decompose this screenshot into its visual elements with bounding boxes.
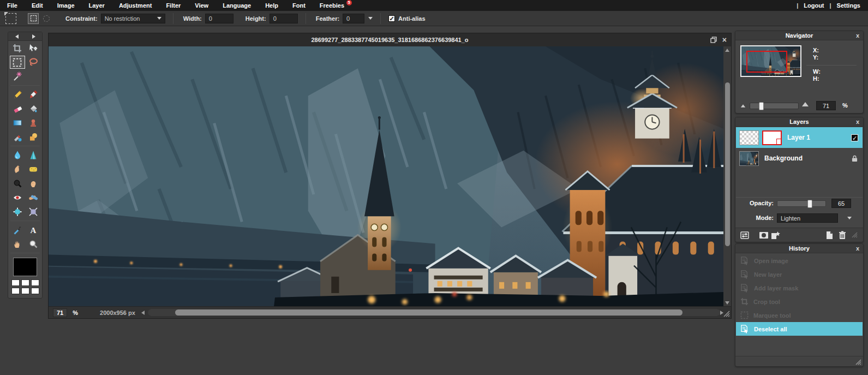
swatch-cell[interactable] xyxy=(21,288,29,294)
menu-language[interactable]: Language xyxy=(215,0,258,11)
tool-type[interactable]: A xyxy=(26,223,41,236)
navigator-thumbnail[interactable] xyxy=(740,45,801,77)
tool-brush[interactable] xyxy=(26,88,41,101)
ellipse-select-toggle[interactable] xyxy=(41,14,51,23)
layer-settings-icon[interactable] xyxy=(740,231,749,239)
layer-styles-icon[interactable] xyxy=(771,231,780,240)
tool-hand[interactable] xyxy=(10,237,25,251)
layer-mask-icon[interactable] xyxy=(759,231,769,239)
new-layer-icon[interactable] xyxy=(825,231,833,240)
tool-sharpen[interactable] xyxy=(26,148,41,162)
tool-sponge[interactable] xyxy=(26,163,41,176)
zoom-slider[interactable] xyxy=(750,103,799,109)
close-icon[interactable]: x xyxy=(856,244,859,253)
zoom-slider-thumb[interactable] xyxy=(759,102,764,110)
history-item-marquee-tool[interactable]: Marquee tool xyxy=(736,308,863,322)
scroll-down-icon[interactable] xyxy=(725,301,729,305)
constraint-select[interactable]: No restriction xyxy=(101,14,165,23)
swatch-cell[interactable] xyxy=(11,279,20,286)
menu-font[interactable]: Font xyxy=(285,0,313,11)
tool-red-eye[interactable] xyxy=(10,191,25,204)
panel-resize-grip[interactable] xyxy=(852,232,858,238)
swatch-cell[interactable] xyxy=(31,279,39,286)
toolbox-next-button[interactable] xyxy=(25,32,42,40)
menu-edit[interactable]: Edit xyxy=(25,0,50,11)
menu-freebies[interactable]: Freebies 5 xyxy=(313,0,351,11)
zoom-level-value[interactable]: 71 xyxy=(53,308,67,317)
layer-row-background[interactable]: Background xyxy=(736,148,863,169)
tool-blur[interactable] xyxy=(10,148,25,162)
window-resize-grip[interactable] xyxy=(723,311,730,317)
opacity-value-field[interactable]: 65 xyxy=(831,199,851,208)
antialias-checkbox[interactable]: ✓ xyxy=(388,15,395,22)
tool-heal[interactable] xyxy=(26,191,41,204)
tool-gradient[interactable] xyxy=(10,116,25,129)
width-field[interactable]: 0 xyxy=(205,14,234,23)
panel-resize-grip[interactable] xyxy=(855,359,861,365)
chevron-down-icon[interactable] xyxy=(847,217,852,219)
tool-bloat[interactable] xyxy=(10,205,25,218)
scroll-left-icon[interactable] xyxy=(141,311,145,315)
tool-move[interactable] xyxy=(26,41,41,55)
rect-select-toggle[interactable] xyxy=(28,14,38,23)
swatch-cell[interactable] xyxy=(31,288,39,294)
opacity-slider[interactable] xyxy=(777,200,826,207)
tool-clone-stamp[interactable] xyxy=(26,116,41,129)
layer1-thumbnail[interactable] xyxy=(739,130,759,145)
canvas-image[interactable] xyxy=(49,46,723,307)
tool-pinch[interactable] xyxy=(26,205,41,218)
tool-zoom[interactable] xyxy=(26,237,41,251)
history-item-crop-tool[interactable]: Crop tool xyxy=(736,295,863,308)
restore-window-icon[interactable] xyxy=(710,37,717,43)
menu-file[interactable]: File xyxy=(0,0,25,11)
history-item-deselect-all[interactable]: Deselect all xyxy=(736,322,863,336)
history-item-add-layer-mask[interactable]: Add layer mask xyxy=(736,281,863,295)
vertical-scrollbar[interactable] xyxy=(723,46,731,307)
tool-pencil[interactable] xyxy=(10,88,25,101)
tool-fill[interactable] xyxy=(26,102,41,115)
tool-color-replace[interactable] xyxy=(10,130,25,144)
history-header[interactable]: History x xyxy=(735,244,863,253)
settings-button[interactable]: Settings xyxy=(837,2,860,9)
blend-mode-select[interactable]: Lighten xyxy=(777,213,838,223)
tool-dodge[interactable] xyxy=(26,177,41,190)
zoom-out-mountain-icon[interactable] xyxy=(741,104,745,108)
history-item-open-image[interactable]: Open image xyxy=(736,254,863,267)
tool-drawing[interactable] xyxy=(26,130,41,144)
horizontal-scroll-track[interactable] xyxy=(148,309,720,316)
close-window-icon[interactable]: × xyxy=(722,36,727,44)
delete-layer-icon[interactable] xyxy=(839,231,846,240)
navigator-view-rect[interactable] xyxy=(746,51,787,73)
history-item-new-layer[interactable]: New layer xyxy=(736,267,863,281)
opacity-slider-thumb[interactable] xyxy=(807,200,812,208)
swatch-cell[interactable] xyxy=(21,279,29,286)
tool-burn[interactable] xyxy=(10,177,25,190)
tool-eyedropper[interactable] xyxy=(10,223,25,236)
toolbox-prev-button[interactable] xyxy=(8,32,25,40)
zoom-in-mountain-icon[interactable] xyxy=(802,102,809,106)
tool-crop[interactable] xyxy=(10,41,25,55)
layer1-visibility-checkbox[interactable]: ✓ xyxy=(851,134,858,141)
tool-smudge[interactable] xyxy=(10,163,25,176)
vertical-scroll-thumb[interactable] xyxy=(725,82,730,246)
menu-adjustment[interactable]: Adjustment xyxy=(112,0,159,11)
navigator-zoom-field[interactable]: 71 xyxy=(816,101,836,110)
tool-wand[interactable] xyxy=(10,70,25,83)
close-icon[interactable]: x xyxy=(856,117,859,126)
horizontal-scrollbar[interactable] xyxy=(141,309,716,317)
logout-button[interactable]: Logout xyxy=(804,2,824,9)
tool-eraser[interactable] xyxy=(10,102,25,115)
background-thumbnail[interactable] xyxy=(739,151,759,166)
layers-header[interactable]: Layers x xyxy=(735,117,863,127)
scroll-up-icon[interactable] xyxy=(725,49,729,52)
menu-view[interactable]: View xyxy=(188,0,215,11)
height-field[interactable]: 0 xyxy=(270,14,298,23)
navigator-header[interactable]: Navigator x xyxy=(735,31,863,40)
swatch-cell[interactable] xyxy=(11,288,20,294)
tool-lasso[interactable] xyxy=(26,56,41,69)
tool-marquee[interactable] xyxy=(10,56,25,69)
menu-image[interactable]: Image xyxy=(50,0,82,11)
menu-help[interactable]: Help xyxy=(258,0,285,11)
layer-row-layer1[interactable]: Layer 1 ✓ xyxy=(736,127,863,148)
chevron-down-icon[interactable] xyxy=(368,17,373,20)
